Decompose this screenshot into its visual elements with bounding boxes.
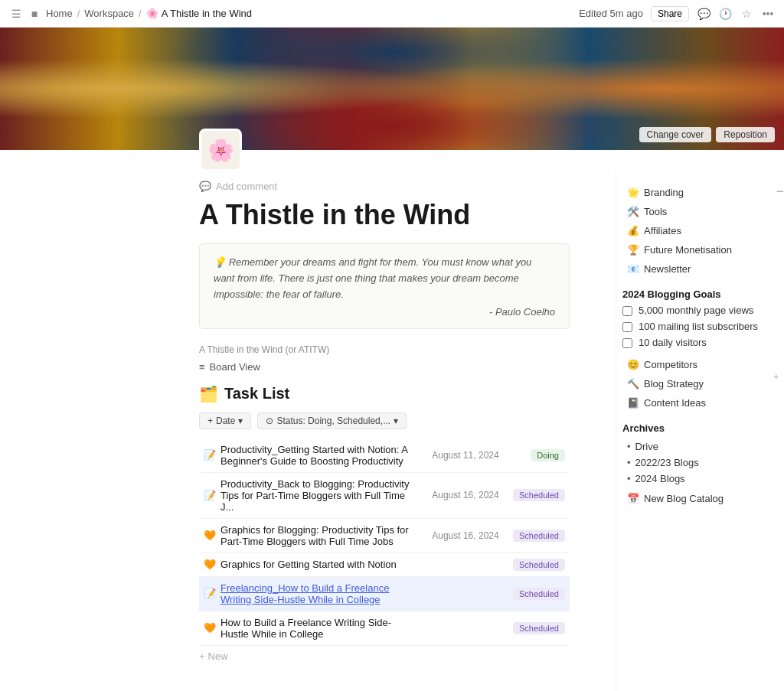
breadcrumb-workspace[interactable]: Workspace bbox=[84, 8, 134, 19]
archive-label: 2022/23 Blogs bbox=[635, 457, 699, 468]
task-date bbox=[421, 576, 503, 611]
breadcrumb: ☰ ■ Home / Workspace / 🌸 A Thistle in th… bbox=[9, 7, 252, 21]
task-name-text: Graphics for Getting Started with Notion bbox=[220, 559, 397, 570]
task-row[interactable]: 🧡 Graphics for Getting Started with Noti… bbox=[199, 552, 570, 576]
status-badge: Doing bbox=[531, 449, 565, 461]
affiliates-emoji: 💰 bbox=[627, 225, 639, 236]
archive-item[interactable]: 2022/23 Blogs bbox=[622, 455, 772, 471]
archives-title: Archives bbox=[622, 422, 772, 434]
status-filter[interactable]: ⊙ Status: Doing, Scheduled,... ▾ bbox=[257, 412, 407, 429]
plus-icon-new: + bbox=[199, 650, 205, 662]
goal-item: 100 mailing list subscribers bbox=[622, 321, 772, 332]
date-filter[interactable]: + Date ▾ bbox=[199, 412, 251, 429]
task-name-text: How to Build a Freelance Writing Side-Hu… bbox=[220, 617, 416, 640]
task-list-header: 🗂️ Task List bbox=[199, 385, 570, 403]
status-badge: Scheduled bbox=[513, 622, 565, 634]
goal-checkbox[interactable] bbox=[622, 306, 632, 316]
add-comment[interactable]: 💬 Add comment bbox=[199, 181, 570, 192]
goal-item: 10 daily visitors bbox=[622, 337, 772, 348]
task-emoji: 🧡 bbox=[204, 622, 216, 634]
goal-label: 10 daily visitors bbox=[639, 337, 707, 348]
task-date: August 11, 2024 bbox=[421, 438, 503, 473]
page-content: 💬 Add comment A Thistle in the Wind 💡 Re… bbox=[0, 171, 616, 691]
status-badge: Scheduled bbox=[513, 489, 565, 501]
blog-strategy-emoji: 🔨 bbox=[627, 378, 639, 390]
chevron-down-icon2: ▾ bbox=[394, 416, 398, 426]
status-badge: Scheduled bbox=[513, 588, 565, 600]
filter-bar: + Date ▾ ⊙ Status: Doing, Scheduled,... … bbox=[199, 412, 570, 429]
edited-label: Edited 5m ago bbox=[579, 8, 643, 19]
share-button[interactable]: Share bbox=[651, 6, 689, 21]
list-icon: ≡ bbox=[199, 361, 205, 373]
branding-emoji: 🌟 bbox=[627, 187, 639, 198]
status-badge: Scheduled bbox=[513, 530, 565, 542]
status-icon: ⊙ bbox=[266, 416, 273, 426]
blogging-goals-title: 2024 Blogging Goals bbox=[622, 288, 772, 300]
more-icon[interactable]: ••• bbox=[761, 7, 775, 21]
quote-author: - Paulo Coelho bbox=[214, 306, 555, 318]
task-row[interactable]: 📝 Productivity_Getting Started with Noti… bbox=[199, 438, 570, 473]
chevron-down-icon: ▾ bbox=[238, 416, 243, 426]
star-icon[interactable]: ☆ bbox=[740, 7, 753, 21]
add-new-task[interactable]: + New bbox=[199, 646, 570, 667]
history-icon[interactable]: 🕐 bbox=[718, 7, 732, 21]
q4-header: Q4: October 1st - December 31st bbox=[199, 688, 570, 691]
tools-emoji: 🛠️ bbox=[627, 206, 639, 217]
sidebar: − 🌟 Branding 🛠️ Tools 💰 Affiliates 🏆 Fut… bbox=[616, 171, 784, 691]
hamburger-icon[interactable]: ☰ bbox=[9, 7, 23, 21]
page-emoji-wrap: 🌸 bbox=[0, 129, 784, 171]
archive-label: 2024 Blogs bbox=[635, 473, 685, 484]
comment-icon-small: 💬 bbox=[199, 181, 211, 192]
plus-icon: + bbox=[207, 416, 213, 426]
topbar-actions: Edited 5m ago Share 💬 🕐 ☆ ••• bbox=[579, 6, 775, 21]
task-emoji: 📝 bbox=[204, 588, 216, 599]
sidebar-item-future-monetisation[interactable]: 🏆 Future Monetisation bbox=[622, 241, 772, 259]
task-emoji: 📝 bbox=[204, 490, 216, 501]
quote-box: 💡 Remember your dreams and fight for the… bbox=[199, 243, 570, 328]
task-emoji: 🧡 bbox=[204, 559, 216, 570]
main-layout: 💬 Add comment A Thistle in the Wind 💡 Re… bbox=[0, 171, 784, 691]
page-emoji[interactable]: 🌸 bbox=[199, 129, 242, 171]
task-row[interactable]: 🧡 How to Build a Freelance Writing Side-… bbox=[199, 611, 570, 645]
task-row[interactable]: 📝 Freelancing_How to Build a Freelance W… bbox=[199, 576, 570, 611]
collapse-button[interactable]: − bbox=[776, 184, 784, 200]
topbar: ☰ ■ Home / Workspace / 🌸 A Thistle in th… bbox=[0, 0, 784, 28]
goal-checkbox[interactable] bbox=[622, 338, 632, 348]
task-date: August 16, 2024 bbox=[421, 518, 503, 552]
sidebar-item-affiliates[interactable]: 💰 Affiliates bbox=[622, 222, 772, 240]
task-list-emoji: 🗂️ bbox=[199, 385, 218, 403]
board-view[interactable]: ≡ Board View bbox=[199, 361, 570, 373]
goal-item: 5,000 monthly page views bbox=[622, 305, 772, 316]
archive-item[interactable]: Drive bbox=[622, 438, 772, 455]
goal-label: 100 mailing list subscribers bbox=[639, 321, 758, 332]
sidebar-item-blog-strategy[interactable]: 🔨 Blog Strategy bbox=[622, 375, 772, 393]
archive-item[interactable]: 2024 Blogs bbox=[622, 471, 772, 487]
task-row[interactable]: 🧡 Graphics for Blogging: Productivity Ti… bbox=[199, 518, 570, 552]
goal-checkbox[interactable] bbox=[622, 322, 632, 332]
quote-icon: 💡 bbox=[214, 256, 229, 268]
task-name-text: Productivity_Getting Started with Notion… bbox=[220, 444, 416, 467]
sidebar-item-branding[interactable]: 🌟 Branding bbox=[622, 184, 772, 201]
sidebar-plus-btn-1[interactable]: + bbox=[773, 370, 779, 383]
sidebar-item-content-ideas[interactable]: 📓 Content Ideas bbox=[622, 394, 772, 412]
sidebar-item-tools[interactable]: 🛠️ Tools bbox=[622, 203, 772, 220]
quote-text: 💡 Remember your dreams and fight for the… bbox=[214, 255, 555, 302]
future-monetisation-emoji: 🏆 bbox=[627, 244, 639, 256]
task-row[interactable]: 📝 Productivity_Back to Blogging: Product… bbox=[199, 472, 570, 518]
notion-icon: ■ bbox=[28, 7, 41, 21]
sidebar-item-new-blog-catalog[interactable]: 📅 New Blog Catalog bbox=[622, 490, 772, 507]
comment-icon[interactable]: 💬 bbox=[697, 7, 710, 21]
goal-label: 5,000 monthly page views bbox=[639, 305, 753, 316]
content-ideas-emoji: 📓 bbox=[627, 397, 639, 409]
status-badge: Scheduled bbox=[513, 559, 565, 571]
sidebar-goals: 5,000 monthly page views100 mailing list… bbox=[622, 305, 772, 348]
sidebar-item-competitors[interactable]: 😊 Competitors bbox=[622, 356, 772, 373]
page-title: A Thistle in the Wind bbox=[199, 198, 570, 231]
sidebar-archives: Drive2022/23 Blogs2024 Blogs bbox=[622, 438, 772, 487]
breadcrumb-home[interactable]: Home bbox=[46, 8, 73, 19]
page-emoji-small: 🌸 bbox=[146, 8, 158, 19]
task-date: August 16, 2024 bbox=[421, 472, 503, 518]
sidebar-item-newsletter[interactable]: 📧 Newsletter bbox=[622, 260, 772, 278]
task-name-text: Productivity_Back to Blogging: Productiv… bbox=[220, 478, 416, 513]
task-name-text: Freelancing_How to Build a Freelance Wri… bbox=[220, 582, 416, 605]
